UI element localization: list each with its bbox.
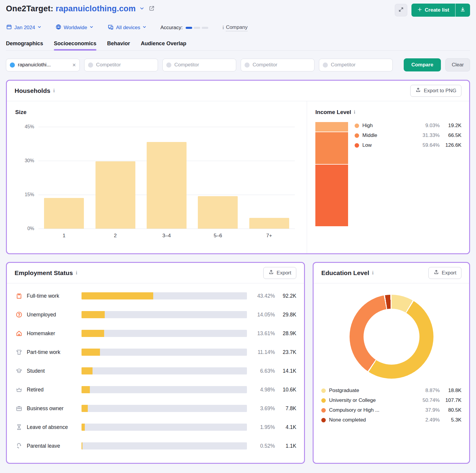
employment-label: Parental leave	[27, 443, 82, 449]
legend-value: 80.5K	[443, 407, 461, 413]
size-bar-1	[44, 198, 84, 229]
employment-label: Full-time work	[27, 293, 82, 299]
clear-button[interactable]: Clear	[445, 58, 470, 71]
employment-row: Part-time work11.14%23.7K	[15, 349, 296, 356]
legend-dot-icon	[321, 388, 326, 393]
education-donut-chart	[350, 295, 433, 379]
download-button[interactable]	[455, 4, 470, 17]
employment-export-button[interactable]: Export	[263, 267, 296, 279]
tab-behavior[interactable]: Behavior	[107, 38, 130, 50]
domain-dropdown-button[interactable]	[139, 5, 145, 13]
competitor-input[interactable]: Competitor	[241, 59, 314, 71]
competitor-dot-icon	[323, 63, 328, 68]
x-axis-tick: 5–6	[198, 233, 238, 239]
legend-dot-icon	[355, 133, 359, 138]
bar-slot	[198, 127, 238, 229]
info-icon[interactable]	[372, 270, 373, 276]
chevron-down-icon	[142, 25, 147, 31]
homemaker-icon	[15, 330, 23, 337]
student-icon	[15, 367, 23, 374]
gridline: 0%	[38, 229, 295, 229]
employment-bar-fill	[82, 386, 90, 393]
page-title: One2Target: rapanuiclothing.com	[6, 4, 136, 13]
create-list-button[interactable]: Create list	[411, 4, 455, 17]
close-icon[interactable]	[72, 62, 76, 68]
open-domain-button[interactable]	[148, 5, 155, 13]
tab-audience-overlap[interactable]: Audience Overlap	[141, 38, 186, 50]
fulltime-icon	[15, 292, 23, 299]
y-axis-tick: 45%	[25, 124, 34, 129]
employment-value: 14.1K	[275, 368, 296, 374]
info-icon[interactable]	[76, 270, 77, 276]
fullscreen-button[interactable]	[395, 4, 407, 16]
education-header: Education Level Export	[314, 263, 469, 283]
employment-bar-track	[82, 311, 247, 318]
education-legend-row: University or College50.74%107.7K	[321, 397, 461, 403]
employment-bar-track	[82, 405, 247, 412]
title-row: One2Target: rapanuiclothing.com	[6, 4, 155, 13]
employment-bar-track	[82, 386, 247, 393]
employment-value: 1.1K	[275, 443, 296, 449]
employment-label: Leave of absence	[27, 424, 82, 430]
legend-label: None completed	[329, 417, 415, 423]
competitor-dot-icon	[166, 63, 171, 68]
tab-bar: DemographicsSocioeconomicsBehaviorAudien…	[6, 38, 470, 51]
legend-percent: 8.87%	[418, 388, 440, 394]
region-filter[interactable]: Worldwide	[55, 24, 94, 32]
company-link[interactable]: Company	[223, 24, 248, 31]
education-export-button[interactable]: Export	[428, 267, 461, 279]
employment-percent: 14.05%	[247, 312, 275, 318]
region-filter-label: Worldwide	[64, 25, 87, 31]
employment-bar-fill	[82, 405, 88, 412]
legend-percent: 2.49%	[418, 417, 440, 423]
bar-slot	[147, 127, 187, 229]
download-icon	[460, 7, 466, 14]
legend-value: 5.3K	[443, 417, 461, 423]
legend-dot-icon	[321, 408, 326, 413]
education-title: Education Level	[321, 269, 369, 277]
info-icon[interactable]	[53, 88, 54, 93]
parttime-icon	[15, 349, 23, 356]
competitor-input[interactable]: Competitor	[162, 59, 236, 71]
income-segment-high	[315, 122, 348, 132]
globe-icon	[55, 24, 62, 32]
employment-value: 28.9K	[275, 330, 296, 337]
y-axis-tick: 15%	[25, 192, 34, 197]
legend-label: Low	[362, 142, 415, 148]
employment-value: 4.1K	[275, 424, 296, 430]
education-body: Postgraduate8.87%18.8KUniversity or Coll…	[314, 283, 469, 463]
legend-value: 18.8K	[443, 388, 461, 394]
education-legend-row: Compulsory or High ...37.9%80.5K	[321, 407, 461, 413]
page-title-prefix: One2Target:	[6, 4, 53, 13]
tab-socioeconomics[interactable]: Socioeconomics	[54, 38, 96, 50]
compare-button[interactable]: Compare	[404, 58, 441, 71]
size-bar-7+	[249, 218, 289, 229]
page-title-domain[interactable]: rapanuiclothing.com	[56, 4, 136, 13]
competitor-dot-icon	[245, 63, 250, 68]
info-icon[interactable]	[354, 110, 355, 115]
devices-filter[interactable]: All devices	[107, 24, 147, 32]
size-bar-5–6	[198, 196, 238, 229]
employment-bar-track	[82, 367, 247, 374]
employment-label: Retired	[27, 387, 82, 393]
income-legend-row: High9.03%19.2K	[355, 123, 461, 129]
employment-percent: 4.98%	[247, 387, 275, 393]
employment-value: 10.6K	[275, 387, 296, 393]
business-owner-icon	[15, 405, 23, 412]
tab-demographics[interactable]: Demographics	[6, 38, 43, 50]
education-legend: Postgraduate8.87%18.8KUniversity or Coll…	[321, 388, 461, 423]
education-legend-row: None completed2.49%5.3K	[321, 417, 461, 423]
legend-label: Postgraduate	[329, 388, 415, 394]
export-png-button[interactable]: Export to PNG	[410, 85, 461, 97]
competitor-input[interactable]: Competitor	[319, 59, 393, 71]
household-size-section: Size 45%30%15%0%123–45–67+	[7, 101, 307, 253]
competitor-input[interactable]: Competitor	[84, 59, 158, 71]
date-filter[interactable]: Jan 2024	[6, 24, 42, 32]
create-list-group: Create list	[411, 4, 470, 17]
income-level-section: Income Level High9.03%19.2KMiddle31.33%6…	[307, 101, 469, 253]
selected-domain-chip[interactable]: rapanuiclothi...	[6, 59, 80, 71]
topbar: One2Target: rapanuiclothing.com Create l…	[6, 4, 470, 19]
employment-bar-track	[82, 349, 247, 356]
employment-percent: 0.52%	[247, 443, 275, 449]
devices-icon	[107, 24, 114, 32]
